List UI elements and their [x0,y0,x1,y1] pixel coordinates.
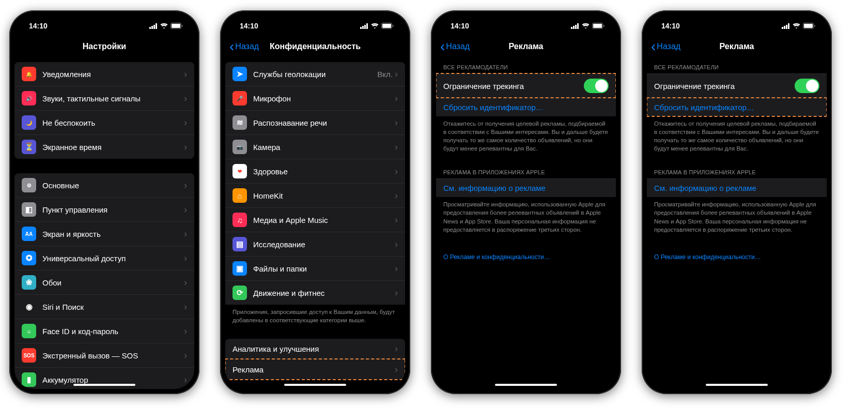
row-research[interactable]: ▤Исследование› [225,232,405,256]
row-faceid[interactable]: ☺︎Face ID и код-пароль› [14,319,194,343]
row-label: Обои [42,278,184,287]
row-reset-id[interactable]: Сбросить идентификатор… [436,98,616,116]
group: РЕКЛАМА В ПРИЛОЖЕНИЯХ APPLEСм. информаци… [436,167,616,233]
chevron-right-icon: › [395,215,398,226]
chevron-right-icon: › [395,364,398,375]
row-reset-id[interactable]: Сбросить идентификатор… [647,98,827,116]
row-label: Звуки, тактильные сигналы [42,94,184,103]
chevron-right-icon: › [184,253,187,264]
svg-rect-1 [151,26,153,29]
row-label: Движение и фитнес [253,289,395,297]
homekit-icon: ⌂ [233,188,247,203]
control-center-icon: ◧ [22,202,36,217]
svg-rect-8 [362,26,364,29]
dnd-icon: 🌙 [22,115,36,130]
row-location[interactable]: ➤Службы геолокацииВкл.› [225,62,405,86]
row-label: См. информацию о рекламе [443,184,609,192]
row-label: Аналитика и улучшения [233,344,395,353]
chevron-right-icon: › [184,180,187,191]
row-limit-tracking[interactable]: Ограничение трекинга [436,73,616,98]
row-label: Не беспокоить [42,118,184,127]
row-label: Файлы и папки [253,264,395,273]
row-ads[interactable]: Реклама› [225,359,405,380]
svg-rect-5 [172,24,180,28]
status-icons [782,23,815,29]
svg-rect-27 [814,25,815,27]
row-label: Реклама [233,365,395,374]
chevron-right-icon: › [184,204,187,215]
battery-icon [592,23,605,29]
group-footer: Откажитесь от получения целевой рекламы,… [436,116,616,153]
back-button[interactable]: Назад [651,41,680,52]
row-dnd[interactable]: 🌙Не беспокоить› [14,110,194,134]
health-icon: ❤︎ [233,164,247,178]
wallpaper-icon: ❀ [22,275,36,290]
row-label: Камера [253,143,395,152]
wifi-icon [793,23,800,29]
row-general[interactable]: ⚙︎Основные› [14,173,194,197]
chevron-right-icon: › [395,142,398,153]
row-label: Экранное время [42,143,184,152]
status-icons [149,23,183,29]
row-label: Здоровье [253,167,395,176]
about-ads-link[interactable]: О Рекламе и конфиденциальности… [647,248,827,261]
row-motion[interactable]: ⟳Движение и фитнес› [225,280,405,305]
row-camera[interactable]: 📷Камера› [225,134,405,159]
chevron-right-icon: › [395,93,398,104]
row-files[interactable]: ▣Файлы и папки› [225,256,405,280]
row-label: Основные [42,181,184,190]
chevron-right-icon: › [184,277,187,288]
row-homekit[interactable]: ⌂HomeKit› [225,183,405,207]
row-microphone[interactable]: 🎤Микрофон› [225,86,405,110]
status-time: 14:10 [240,22,258,30]
row-control-center[interactable]: ◧Пункт управления› [14,197,194,221]
back-button[interactable]: Назад [440,41,470,52]
row-limit-tracking[interactable]: Ограничение трекинга [647,73,827,98]
row-analytics[interactable]: Аналитика и улучшения› [225,339,405,359]
cellular-icon [149,23,158,29]
screen: 14:10 Назад Конфиденциальность ➤Службы г… [225,16,405,389]
row-label: Медиа и Apple Music [253,216,395,224]
chevron-right-icon: › [395,343,398,354]
back-button[interactable]: Назад [229,41,259,52]
svg-rect-12 [382,24,391,28]
wifi-icon [160,23,168,29]
toggle-switch[interactable] [795,79,819,93]
row-sounds[interactable]: 🔊Звуки, тактильные сигналы› [14,86,194,110]
row-siri[interactable]: ◉Siri и Поиск› [14,294,194,319]
group-footer: Просматривайте информацию, использованну… [436,197,616,233]
row-accessibility[interactable]: ✪Универсальный доступ› [14,246,194,270]
svg-rect-20 [603,25,605,27]
about-ads-link[interactable]: О Рекламе и конфиденциальности… [436,248,616,261]
sounds-icon: 🔊 [22,91,36,106]
cellular-icon [360,23,368,29]
toggle-switch[interactable] [584,79,609,93]
chevron-right-icon: › [395,117,398,128]
chevron-right-icon: › [184,117,187,128]
svg-rect-15 [573,26,575,29]
speech-icon: ≋ [233,115,247,130]
chevron-right-icon: › [184,69,187,80]
row-label: Сбросить идентификатор… [443,103,609,112]
row-label: Пункт управления [42,205,184,214]
row-label: Siri и Поиск [42,303,184,311]
svg-rect-3 [156,23,157,29]
row-view-ad-info[interactable]: См. информацию о рекламе [647,178,827,197]
row-speech[interactable]: ≋Распознавание речи› [225,110,405,134]
phone-2: 14:10 Назад Реклама ВСЕ РЕКЛАМОДАТЕЛИОгр… [431,10,621,394]
page-title: Реклама [720,42,754,51]
location-icon: ➤ [233,67,247,81]
row-value: Вкл. [377,70,393,79]
row-display[interactable]: AAЭкран и яркость› [14,221,194,246]
row-label: Экран и яркость [42,230,184,238]
row-notifications[interactable]: 🔔Уведомления› [14,62,194,86]
row-screentime[interactable]: ⏳Экранное время› [14,134,194,159]
row-view-ad-info[interactable]: См. информацию о рекламе [436,178,616,197]
group: РЕКЛАМА В ПРИЛОЖЕНИЯХ APPLEСм. информаци… [647,167,827,233]
row-wallpaper[interactable]: ❀Обои› [14,270,194,294]
row-label: Уведомления [42,70,184,79]
row-sos[interactable]: SOSЭкстренный вызов — SOS› [14,343,194,367]
row-health[interactable]: ❤︎Здоровье› [225,159,405,183]
row-label: HomeKit [253,191,395,200]
row-media[interactable]: ♫Медиа и Apple Music› [225,207,405,232]
